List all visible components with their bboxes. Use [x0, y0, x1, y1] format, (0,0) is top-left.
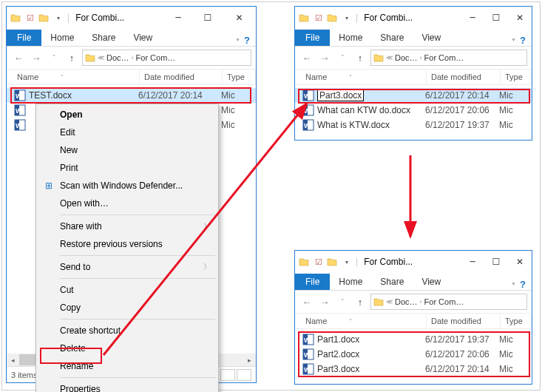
- header-date[interactable]: Date modified: [427, 314, 501, 328]
- qat-newfolder-icon[interactable]: [326, 12, 338, 24]
- tab-share[interactable]: Share: [371, 274, 413, 290]
- maximize-button[interactable]: ☐: [484, 7, 508, 28]
- address-bar[interactable]: ≪ Doc… › For Com…: [370, 294, 527, 310]
- tab-share[interactable]: Share: [371, 30, 413, 46]
- table-row[interactable]: WWhat can KTW do.docx 6/12/2017 20:06 Mi…: [295, 103, 532, 118]
- qat-dropdown-icon[interactable]: ▾: [339, 259, 354, 266]
- ctx-shortcut[interactable]: Create shortcut: [38, 322, 217, 339]
- nav-history-icon[interactable]: ˅: [335, 298, 350, 305]
- nav-back-icon[interactable]: ←: [11, 53, 26, 64]
- chevron-right-icon: 〉: [203, 221, 211, 232]
- ctx-sharewith[interactable]: Share with〉: [38, 217, 217, 235]
- ribbon-collapse-icon[interactable]: ˅: [512, 38, 520, 46]
- minimize-button[interactable]: ─: [461, 7, 484, 28]
- qat-properties-icon[interactable]: ☑: [311, 13, 326, 23]
- crumb-seg[interactable]: Doc…: [104, 53, 132, 62]
- tab-file[interactable]: File: [295, 274, 330, 290]
- crumb-folder-icon: [84, 52, 96, 64]
- header-name[interactable]: Name˄: [301, 70, 427, 84]
- file-name: What is KTW.docx: [317, 120, 390, 130]
- header-date[interactable]: Date modified: [140, 70, 223, 84]
- table-row[interactable]: WPart2.docx 6/12/2017 20:06 Mic: [295, 347, 532, 362]
- close-button[interactable]: ✕: [223, 7, 256, 28]
- svg-text:W: W: [16, 92, 22, 100]
- ctx-open[interactable]: Open: [38, 106, 217, 124]
- scroll-right-icon[interactable]: ▸: [243, 354, 256, 366]
- nav-up-icon[interactable]: ↑: [64, 53, 79, 64]
- nav-history-icon[interactable]: ˅: [335, 54, 350, 61]
- ctx-rename[interactable]: Rename: [38, 357, 217, 375]
- ctx-delete[interactable]: Delete: [38, 339, 217, 357]
- header-type[interactable]: Type: [501, 70, 532, 84]
- ribbon-collapse-icon[interactable]: ˅: [236, 38, 244, 46]
- tab-view[interactable]: View: [413, 274, 450, 290]
- qat-dropdown-icon[interactable]: ▾: [51, 15, 66, 21]
- crumb-seg[interactable]: For Com…: [134, 53, 178, 62]
- ctx-new[interactable]: New: [38, 141, 217, 159]
- qat-properties-icon[interactable]: ☑: [23, 13, 38, 23]
- file-name: What can KTW do.docx: [317, 105, 410, 115]
- help-icon[interactable]: ?: [520, 35, 532, 46]
- tab-file[interactable]: File: [295, 30, 330, 46]
- scroll-left-icon[interactable]: ◂: [7, 354, 19, 366]
- tab-file[interactable]: File: [7, 30, 41, 46]
- view-large-icon[interactable]: [237, 369, 251, 381]
- maximize-button[interactable]: ☐: [484, 251, 508, 272]
- nav-back-icon[interactable]: ←: [299, 53, 314, 64]
- ctx-restore[interactable]: Restore previous versions: [38, 235, 217, 253]
- chevron-right-icon[interactable]: ≪: [98, 54, 104, 61]
- address-bar[interactable]: ≪ Doc… › For Com…: [82, 50, 251, 66]
- table-row[interactable]: W Part3.docx 6/12/2017 20:14 Mic: [295, 88, 532, 103]
- table-row[interactable]: WPart3.docx 6/12/2017 20:14 Mic: [295, 362, 532, 376]
- header-type[interactable]: Type: [223, 70, 256, 84]
- nav-history-icon[interactable]: ˅: [47, 54, 61, 61]
- close-button[interactable]: ✕: [508, 7, 532, 28]
- window-title: For Combi...: [364, 13, 461, 23]
- view-details-icon[interactable]: [220, 369, 235, 381]
- title-bar: ☑ ▾ | For Combi... ─ ☐ ✕: [7, 7, 256, 29]
- tab-home[interactable]: Home: [330, 274, 371, 290]
- docx-icon: W: [302, 334, 314, 345]
- ctx-sendto[interactable]: Send to〉: [38, 258, 217, 276]
- address-bar[interactable]: ≪ Doc… › For Com…: [370, 50, 527, 66]
- nav-up-icon[interactable]: ↑: [353, 297, 367, 308]
- minimize-button[interactable]: ─: [461, 251, 484, 272]
- table-row[interactable]: WWhat is KTW.docx 6/12/2017 19:37 Mic: [295, 118, 532, 132]
- header-name[interactable]: Name˄: [13, 70, 140, 84]
- qat-newfolder-icon[interactable]: [326, 256, 338, 268]
- ctx-copy[interactable]: Copy: [38, 299, 217, 317]
- table-row[interactable]: WPart1.docx 6/12/2017 19:37 Mic: [295, 332, 532, 347]
- qat-properties-icon[interactable]: ☑: [311, 257, 326, 267]
- tab-view[interactable]: View: [413, 30, 450, 46]
- ctx-cut[interactable]: Cut: [38, 281, 217, 299]
- tab-home[interactable]: Home: [41, 30, 83, 46]
- title-bar: ☑ ▾ | For Combi... ─ ☐ ✕: [295, 7, 532, 29]
- tab-home[interactable]: Home: [330, 30, 371, 46]
- ctx-openwith[interactable]: Open with…: [38, 195, 217, 212]
- help-icon[interactable]: ?: [244, 35, 256, 46]
- ctx-edit[interactable]: Edit: [38, 124, 217, 141]
- tab-share[interactable]: Share: [83, 30, 124, 46]
- ctx-properties[interactable]: Properties: [38, 380, 217, 392]
- ribbon-collapse-icon[interactable]: ˅: [512, 282, 520, 290]
- nav-back-icon[interactable]: ←: [299, 297, 314, 308]
- close-button[interactable]: ✕: [508, 251, 532, 272]
- ribbon-tabs: File Home Share View ˅ ?: [295, 29, 532, 47]
- tab-view[interactable]: View: [124, 30, 161, 46]
- help-icon[interactable]: ?: [520, 279, 532, 290]
- rename-input[interactable]: Part3.docx: [317, 89, 364, 101]
- ctx-defender[interactable]: ⊞ Scan with Windows Defender...: [38, 177, 217, 195]
- minimize-button[interactable]: ─: [163, 7, 193, 28]
- column-headers: Name˄ Date modified Type: [295, 69, 532, 85]
- header-date[interactable]: Date modified: [427, 70, 501, 84]
- header-name[interactable]: Name˄: [301, 314, 427, 328]
- qat-dropdown-icon[interactable]: ▾: [339, 15, 354, 21]
- ctx-print[interactable]: Print: [38, 159, 217, 177]
- qat-newfolder-icon[interactable]: [38, 12, 50, 24]
- header-type[interactable]: Type: [501, 314, 532, 328]
- nav-forward-icon: →: [29, 53, 44, 64]
- table-row[interactable]: W TEST.docx 6/12/2017 20:14 Mic: [7, 88, 256, 103]
- nav-up-icon[interactable]: ↑: [353, 53, 367, 64]
- maximize-button[interactable]: ☐: [193, 7, 223, 28]
- file-date: 6/12/2017 20:14: [425, 364, 499, 374]
